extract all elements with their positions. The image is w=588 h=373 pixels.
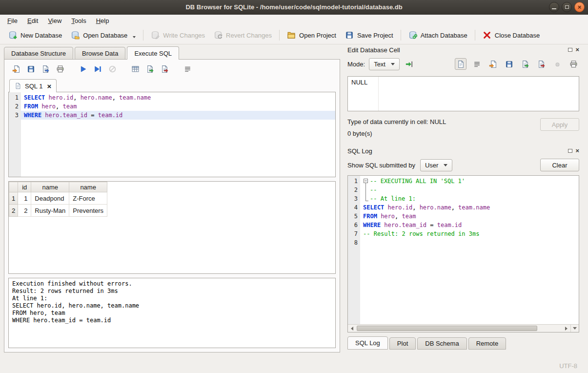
dock-tab-plot[interactable]: Plot	[389, 337, 416, 350]
menu-tools[interactable]: Tools	[66, 16, 91, 26]
cell-info-row: Type of data currently in cell: NULL 0 b…	[347, 118, 579, 137]
fold-mid-icon	[363, 186, 370, 194]
tab-browse-data[interactable]: Browse Data	[75, 47, 125, 60]
sql-log-header: SQL Log ×	[347, 145, 579, 157]
save-project-button[interactable]: Save Project	[341, 28, 398, 42]
log-line: 1−-- EXECUTING ALL IN 'SQL 1'	[348, 177, 579, 186]
float-panel-icon[interactable]	[568, 48, 572, 52]
auto-format-icon[interactable]	[182, 63, 193, 75]
print-sql-icon[interactable]	[54, 63, 66, 75]
save-sql-file-icon[interactable]	[25, 63, 37, 75]
save-file-icon[interactable]	[503, 58, 515, 70]
toolbar-separator	[401, 30, 401, 41]
menu-edit[interactable]: Edit	[22, 16, 43, 26]
fold-start-icon[interactable]: −	[363, 177, 370, 186]
result-cell[interactable]: Preventers	[69, 205, 107, 217]
database-new-icon	[8, 31, 17, 40]
line-number: 1	[9, 93, 21, 102]
result-cell[interactable]: Z-Force	[69, 192, 107, 205]
close-database-button-label: Close Database	[495, 32, 540, 39]
clear-button[interactable]: Clear	[540, 159, 579, 171]
menu-bar: FileEditViewToolsHelp	[0, 15, 588, 26]
menu-file[interactable]: File	[2, 16, 22, 26]
float-panel-icon[interactable]	[568, 149, 572, 153]
tab-sql-1[interactable]: SQL 1 ×	[9, 79, 57, 92]
word-wrap-icon[interactable]	[471, 58, 483, 70]
sql-log-view[interactable]: 1−-- EXECUTING ALL IN 'SQL 1'2--3-- At l…	[347, 175, 579, 332]
close-panel-icon[interactable]: ×	[575, 47, 579, 52]
result-cell[interactable]: Deadpond	[31, 192, 69, 205]
row-header[interactable]: 1	[9, 192, 18, 205]
tab-execute-sql[interactable]: Execute SQL	[127, 46, 179, 60]
tab-database-structure[interactable]: Database Structure	[4, 47, 73, 60]
text-mode-icon[interactable]	[455, 58, 466, 70]
sql-tab-label: SQL 1	[25, 83, 42, 90]
close-database-button[interactable]: Close Database	[478, 28, 545, 42]
import-cell-icon[interactable]	[519, 58, 531, 70]
scrollbar-track[interactable]	[357, 326, 562, 331]
open-sql-file-icon[interactable]	[10, 63, 22, 75]
menu-view[interactable]: View	[43, 16, 66, 26]
title-bar[interactable]: DB Browser for SQLite - /home/user/code/…	[0, 0, 588, 15]
export-cell-icon[interactable]	[535, 58, 547, 70]
revert-changes-button: Revert Changes	[209, 28, 276, 42]
apply-button: Apply	[540, 118, 579, 131]
column-header[interactable]: name	[31, 182, 69, 192]
open-file-icon[interactable]	[487, 58, 499, 70]
cell-editor[interactable]: NULL	[347, 76, 579, 111]
scroll-down-icon[interactable]	[570, 325, 579, 332]
dock-tab-db-schema[interactable]: DB Schema	[417, 337, 466, 350]
close-panel-icon[interactable]: ×	[575, 148, 579, 153]
mode-select[interactable]: Text	[369, 58, 400, 70]
filter-label: Show SQL submitted by	[347, 162, 415, 169]
scrollbar-thumb[interactable]	[357, 326, 537, 331]
attach-database-button[interactable]: Attach Database	[404, 28, 472, 42]
code-text: SELECT hero.id, hero.name, team.name	[360, 203, 579, 212]
close-icon[interactable]: ×	[574, 2, 585, 12]
open-database-dropdown-icon[interactable]	[133, 36, 136, 38]
main-toolbar: New DatabaseOpen DatabaseWrite ChangesRe…	[0, 26, 588, 44]
status-bar: UTF-8	[0, 358, 588, 373]
export-results-icon[interactable]	[129, 63, 141, 75]
column-header[interactable]: id	[18, 182, 31, 192]
dock-tab-sql-log[interactable]: SQL Log	[347, 336, 388, 350]
open-database-button[interactable]: Open Database	[66, 28, 140, 42]
log-line: 3-- At line 1:	[348, 194, 579, 203]
print-cell-icon[interactable]	[568, 58, 579, 70]
import-cell-data-icon[interactable]	[404, 58, 415, 70]
new-database-button[interactable]: New Database	[4, 28, 66, 42]
row-header[interactable]: 2	[9, 205, 18, 217]
save-sql-as-icon[interactable]	[40, 63, 51, 75]
line-number: 3	[9, 111, 21, 120]
menu-help[interactable]: Help	[91, 16, 114, 26]
filter-select[interactable]: User	[420, 159, 452, 171]
set-null-icon	[551, 58, 563, 70]
execute-current-line-icon[interactable]	[92, 63, 103, 75]
sql-editor[interactable]: 1SELECT hero.id, hero.name, team.name2FR…	[8, 92, 336, 177]
execute-all-icon[interactable]	[77, 63, 89, 75]
scroll-right-icon[interactable]	[562, 325, 570, 332]
code-text: -- At line 1:	[360, 194, 579, 203]
import-sql-icon[interactable]	[144, 63, 156, 75]
horizontal-scrollbar[interactable]	[348, 324, 579, 332]
open-project-button[interactable]: Open Project	[283, 28, 341, 42]
find-replace-icon[interactable]	[159, 63, 170, 75]
dock-tab-remote[interactable]: Remote	[468, 337, 507, 350]
database-open-icon	[71, 31, 80, 40]
minimize-icon[interactable]	[549, 2, 559, 12]
log-line: 8	[348, 238, 579, 247]
table-row: 22Rusty-ManPreventers	[9, 205, 107, 217]
result-cell[interactable]: 2	[18, 205, 31, 217]
code-text	[360, 238, 579, 247]
result-cell[interactable]: Rusty-Man	[31, 205, 69, 217]
scroll-left-icon[interactable]	[348, 325, 356, 332]
close-tab-icon[interactable]: ×	[47, 83, 51, 90]
fold-end-icon	[363, 194, 370, 203]
cell-type-text: Type of data currently in cell: NULL	[347, 118, 540, 125]
results-table[interactable]: idnamename11DeadpondZ-Force22Rusty-ManPr…	[9, 182, 107, 217]
result-cell[interactable]: 1	[18, 192, 31, 205]
maximize-icon[interactable]	[562, 2, 572, 12]
database-close-icon	[483, 31, 491, 40]
column-header[interactable]: name	[69, 182, 107, 192]
chevron-down-icon	[444, 164, 447, 166]
